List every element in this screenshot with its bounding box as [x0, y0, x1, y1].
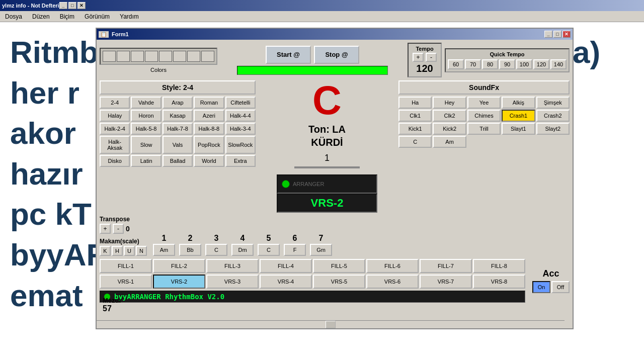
fill-3[interactable]: FILL-3 [206, 259, 259, 273]
sfx-alkis[interactable]: Alkiş [502, 97, 535, 109]
sfx-ha[interactable]: Ha [398, 97, 432, 109]
vrs-5[interactable]: VRS-5 [313, 275, 365, 289]
key-label-7[interactable]: Gm [310, 244, 332, 256]
key-label-2[interactable]: Bb [179, 244, 201, 256]
sfx-c[interactable]: C [398, 136, 432, 148]
menu-yardim[interactable]: Yardım [117, 12, 142, 21]
sfx-slayt2[interactable]: Slayt2 [536, 123, 570, 135]
key-label-4[interactable]: Dm [231, 244, 254, 256]
style-horon[interactable]: Horon [131, 110, 161, 122]
style-2-4[interactable]: 2-4 [100, 97, 130, 109]
fill-7[interactable]: FILL-7 [420, 259, 472, 273]
menu-duzen[interactable]: Düzen [29, 12, 53, 21]
scrollbar-thumb[interactable] [326, 321, 336, 328]
vrs-7[interactable]: VRS-7 [420, 275, 472, 289]
stop-button[interactable]: Stop @ [314, 46, 359, 64]
style-disko[interactable]: Disko [100, 155, 130, 167]
vrs-2[interactable]: VRS-2 [153, 275, 205, 289]
style-roman[interactable]: Roman [194, 97, 224, 109]
form-minimize-btn[interactable]: _ [544, 31, 552, 38]
vrs-3[interactable]: VRS-3 [206, 275, 259, 289]
qt-80[interactable]: 80 [482, 59, 498, 69]
makam-h[interactable]: H [112, 246, 123, 256]
start-button[interactable]: Start @ [266, 46, 311, 64]
style-azeri[interactable]: Azeri [194, 110, 224, 122]
style-slow[interactable]: Slow [131, 136, 161, 154]
form-close-btn[interactable]: ✕ [562, 31, 571, 38]
sfx-hey[interactable]: Hey [433, 97, 466, 109]
fill-8[interactable]: FILL-8 [473, 259, 525, 273]
tempo-minus-btn[interactable]: - [426, 53, 437, 62]
qt-70[interactable]: 70 [465, 59, 481, 69]
sfx-trill[interactable]: Trill [467, 123, 501, 135]
key-label-5[interactable]: C [258, 244, 280, 256]
makam-n[interactable]: N [136, 246, 147, 256]
style-vahde[interactable]: Vahde [131, 97, 161, 109]
style-world[interactable]: World [194, 155, 224, 167]
tempo-plus-btn[interactable]: + [413, 53, 424, 62]
style-halk34[interactable]: Halk-3-4 [225, 123, 256, 135]
style-arap[interactable]: Arap [163, 97, 193, 109]
transpose-plus-btn[interactable]: + [100, 224, 111, 234]
sfx-clk2[interactable]: Clk2 [433, 110, 466, 122]
qt-60[interactable]: 60 [448, 59, 464, 69]
style-halay[interactable]: Halay [100, 110, 130, 122]
sfx-kick2[interactable]: Kick2 [433, 123, 466, 135]
style-slowrock[interactable]: SlowRock [225, 136, 256, 154]
color-btn-4[interactable] [145, 51, 158, 62]
sfx-slayt1[interactable]: Slayt1 [502, 123, 535, 135]
form-restore-btn[interactable]: □ [553, 31, 561, 38]
sfx-crash2[interactable]: Crash2 [536, 110, 570, 122]
style-halk44[interactable]: Halk-4-4 [225, 110, 256, 122]
menu-dosya[interactable]: Dosya [2, 12, 25, 21]
fill-6[interactable]: FILL-6 [366, 259, 419, 273]
fill-2[interactable]: FILL-2 [153, 259, 205, 273]
vrs-1[interactable]: VRS-1 [100, 275, 152, 289]
color-btn-6[interactable] [173, 51, 186, 62]
color-btn-1[interactable] [103, 51, 116, 62]
style-ciftetelli[interactable]: Ciftetelli [225, 97, 256, 109]
fill-4[interactable]: FILL-4 [260, 259, 312, 273]
acc-on-btn[interactable]: On [532, 281, 550, 293]
qt-120[interactable]: 120 [533, 59, 549, 69]
style-halk-aksak[interactable]: Halk-Aksak [100, 136, 130, 154]
color-btn-7[interactable] [187, 51, 200, 62]
fill-5[interactable]: FILL-5 [313, 259, 365, 273]
sfx-simsek[interactable]: Şimşek [536, 97, 570, 109]
makam-k[interactable]: K [100, 246, 111, 256]
color-btn-8[interactable] [201, 51, 214, 62]
qt-90[interactable]: 90 [499, 59, 515, 69]
menu-bicim[interactable]: Biçim [57, 12, 77, 21]
sfx-yee[interactable]: Yee [467, 97, 501, 109]
style-extra[interactable]: Extra [225, 155, 256, 167]
style-ballad[interactable]: Ballad [163, 155, 193, 167]
key-label-3[interactable]: C [205, 244, 227, 256]
style-vals[interactable]: Vals [163, 136, 193, 154]
key-label-1[interactable]: Am [153, 244, 175, 256]
qt-100[interactable]: 100 [516, 59, 532, 69]
style-latin[interactable]: Latin [131, 155, 161, 167]
sfx-clk1[interactable]: Clk1 [398, 110, 432, 122]
qt-140[interactable]: 140 [550, 59, 567, 69]
style-halk78[interactable]: Halk-7-8 [163, 123, 193, 135]
minimize-btn[interactable]: _ [59, 2, 67, 9]
color-btn-3[interactable] [131, 51, 144, 62]
transpose-minus-btn[interactable]: - [113, 224, 124, 234]
style-halk58[interactable]: Halk-5-8 [131, 123, 161, 135]
makam-u[interactable]: U [124, 246, 135, 256]
maximize-btn[interactable]: □ [68, 2, 76, 9]
sfx-crash1[interactable]: Crash1 [502, 110, 535, 122]
vrs-8[interactable]: VRS-8 [473, 275, 525, 289]
vrs-6[interactable]: VRS-6 [366, 275, 419, 289]
horizontal-scrollbar[interactable] [97, 320, 565, 328]
fill-1[interactable]: FILL-1 [100, 259, 152, 273]
color-btn-5[interactable] [159, 51, 172, 62]
color-btn-2[interactable] [117, 51, 130, 62]
sfx-chimes[interactable]: Chimes [467, 110, 501, 122]
sfx-kick1[interactable]: Kick1 [398, 123, 432, 135]
menu-gorunum[interactable]: Görünüm [82, 12, 113, 21]
style-halk88[interactable]: Halk-8-8 [194, 123, 224, 135]
style-halk24[interactable]: Halk-2-4 [100, 123, 130, 135]
key-label-6[interactable]: F [284, 244, 306, 256]
acc-off-btn[interactable]: Off [551, 281, 570, 293]
